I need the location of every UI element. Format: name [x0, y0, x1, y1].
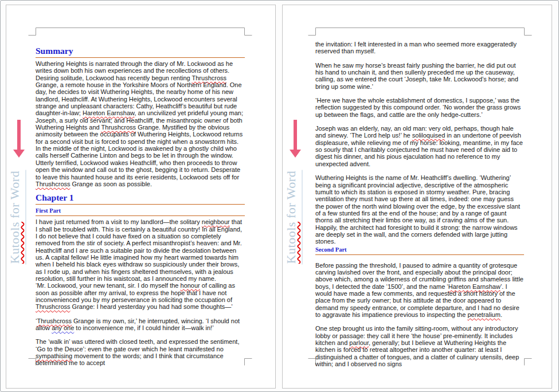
- paragraph: ‘Thrushcross Grange is my own, sir,’ he …: [36, 317, 245, 332]
- subsection-heading: First Part: [36, 207, 245, 216]
- paragraph: the invitation: I felt interested in a m…: [315, 41, 524, 55]
- misspelled-word: Kutools: [284, 222, 298, 264]
- text-run: that I shall be troubled with. This is c…: [36, 218, 242, 282]
- text-column[interactable]: the invitation: I felt interested in a m…: [315, 5, 524, 367]
- paragraph: Before passing the threshold, I paused t…: [315, 262, 524, 319]
- kutools-watermark: Kutools for Word: [284, 170, 303, 265]
- misspelled-word: neighbour: [202, 218, 230, 225]
- misspelled-word: soliloquised: [412, 132, 445, 139]
- misspelled-word: penetralium: [467, 311, 500, 318]
- text-column[interactable]: SummaryWuthering Heights is narrated thr…: [36, 5, 245, 367]
- text-run: Grange: I heard yesterday you had had so…: [71, 303, 233, 310]
- document-view: Kutools for Word SummaryWuthering Height…: [0, 0, 559, 392]
- misspelled-word: Thrushcross: [36, 181, 71, 187]
- misspelled-word: Thrushcross: [37, 317, 72, 324]
- text-run: When he saw my horse’s breast fairly pus…: [315, 62, 518, 90]
- misspelled-word: parlour: [349, 339, 369, 346]
- text-run: for Word: [7, 171, 22, 222]
- section-heading: Chapter 1: [36, 192, 245, 205]
- paragraph: Wuthering Heights is narrated through th…: [36, 60, 245, 187]
- grammar-flagged-word: any one: [52, 324, 74, 331]
- text-run: Grange as soon as possible.: [71, 181, 152, 187]
- text-run: ‘Here we have the whole establishment of…: [315, 97, 521, 118]
- misspelled-word: honour: [181, 282, 200, 289]
- misspelled-word: sympathising: [36, 352, 72, 359]
- text-run: The ‘walk in’ was uttered with closed te…: [36, 338, 239, 352]
- paragraph: I have just returned from a visit to my …: [36, 218, 245, 282]
- text-run: Wuthering Heights is the name of Mr. Hea…: [315, 174, 520, 245]
- misspelled-word: Hareton Earnshaw: [448, 283, 501, 290]
- text-run: the invitation: I felt interested in a m…: [315, 41, 517, 54]
- text-run: for Word: [284, 171, 298, 222]
- section-heading: Summary: [36, 45, 245, 58]
- paragraph: ‘Mr. Lockwood, your new tenant, sir. I d…: [36, 282, 245, 310]
- paragraph: ‘Here we have the whole establishment of…: [315, 97, 524, 118]
- text-run: to inconvenience me, if I could hinder i…: [74, 324, 213, 331]
- page-1[interactable]: Kutools for Word SummaryWuthering Height…: [6, 5, 276, 389]
- paragraph: Wuthering Heights is the name of Mr. Hea…: [315, 174, 524, 245]
- misspelled-word: Hareton Earnshaw: [83, 109, 135, 116]
- paragraph: Joseph was an elderly, nay, an old man: …: [315, 125, 524, 167]
- paragraph: The ‘walk in’ was uttered with closed te…: [36, 338, 245, 366]
- misspelled-word: Thrushcross: [192, 75, 227, 81]
- misspelled-word: Thrushcross: [101, 124, 136, 131]
- misspelled-word: Kutools: [7, 222, 22, 264]
- misspelled-word: Thrushcross: [36, 303, 71, 310]
- paragraph: One step brought us into the family sitt…: [315, 325, 524, 367]
- text-run: Grange. Mystified by the obvious animosi…: [36, 124, 243, 180]
- paragraph: When he saw my horse’s breast fairly pus…: [315, 62, 524, 90]
- down-arrow-annotation: [12, 119, 26, 159]
- text-run: I have just returned from a visit to my …: [36, 218, 202, 225]
- text-run: ‘Mr. Lockwood, your new tenant, sir. I d…: [36, 282, 181, 289]
- kutools-watermark: Kutools for Word: [8, 170, 26, 265]
- text-run: .: [501, 311, 502, 318]
- down-arrow-annotation: [288, 119, 302, 159]
- subsection-heading: Second Part: [315, 246, 524, 255]
- page-2[interactable]: Kutools for Word the invitation: I felt …: [282, 5, 552, 389]
